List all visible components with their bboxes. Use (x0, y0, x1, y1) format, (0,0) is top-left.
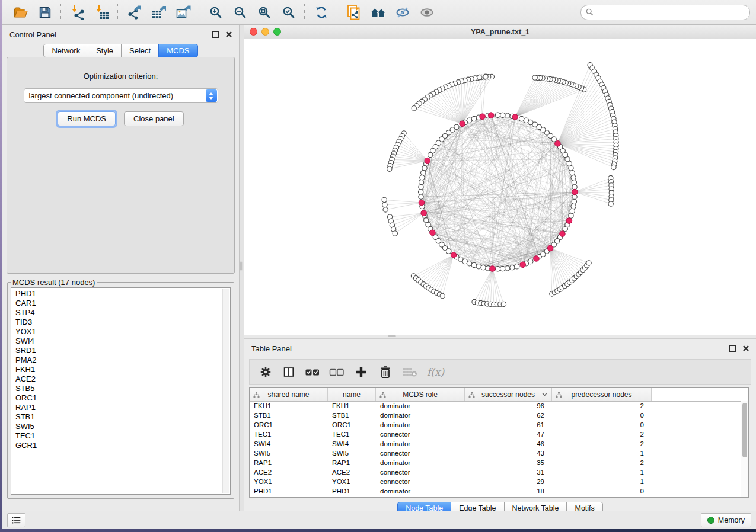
status-bar: Memory (2, 511, 756, 529)
export-image-icon (176, 5, 191, 20)
result-list-item[interactable]: PMA2 (11, 355, 230, 365)
table-row[interactable]: RAP1RAP1dominator352 (250, 458, 741, 467)
column-header-mcds-role[interactable]: MCDS role (376, 388, 465, 401)
import-table-button[interactable] (90, 2, 114, 23)
delete-table-button[interactable] (400, 362, 420, 382)
table-row[interactable]: YOX1YOX1connector291 (250, 477, 741, 486)
eye-slash-icon (395, 5, 410, 20)
result-list-item[interactable]: PHD1 (11, 289, 230, 299)
result-list-item[interactable]: STP4 (11, 308, 230, 318)
select-all-rows-button[interactable] (303, 362, 322, 382)
column-header-predecessor-nodes[interactable]: predecessor nodes (552, 388, 652, 401)
zoom-selected-button[interactable] (276, 2, 301, 23)
criterion-select[interactable]: largest connected component (undirected) (24, 88, 218, 103)
window-close-traffic-light[interactable] (250, 28, 257, 36)
result-list-item[interactable]: GCR1 (11, 441, 230, 450)
zoom-fit-button[interactable] (252, 2, 276, 23)
hide-panel-button[interactable] (390, 2, 414, 23)
list-icon (11, 515, 21, 525)
memory-status-icon (707, 517, 714, 524)
table-row[interactable]: SWI5SWI5connector431 (250, 448, 741, 458)
zoom-selected-icon (282, 5, 296, 20)
export-image-button[interactable] (171, 2, 195, 23)
table-row[interactable]: FKH1FKH1dominator962 (250, 401, 741, 411)
vertical-splitter[interactable] (239, 25, 244, 511)
main-area: Control Panel NetworkStyleSelectMCDS Opt… (2, 25, 756, 511)
table-row[interactable]: ACE2ACE2connector311 (250, 467, 741, 477)
export-network-button[interactable] (122, 2, 146, 23)
table-scrollbar-thumb[interactable] (742, 403, 747, 457)
result-list-item[interactable]: CAR1 (11, 299, 230, 308)
mcds-result-list[interactable]: PHD1CAR1STP4TID3YOX1SWI4SRD1PMA2FKH1ACE2… (11, 287, 231, 495)
tab-mcds[interactable]: MCDS (158, 44, 197, 57)
task-history-button[interactable] (7, 513, 25, 527)
mcds-tab-content: Optimization criterion: largest connecte… (7, 57, 235, 274)
column-type-icon (556, 392, 562, 398)
column-header-successor-nodes[interactable]: successor nodes (465, 388, 552, 401)
float-panel-icon[interactable] (729, 345, 736, 352)
result-list-item[interactable]: FKH1 (11, 365, 230, 374)
table-row[interactable]: TEC1TEC1connector472 (250, 430, 741, 439)
horizontal-splitter[interactable] (244, 335, 756, 339)
table-scrollbar[interactable] (741, 401, 748, 497)
tab-network[interactable]: Network (43, 44, 88, 57)
export-table-button[interactable] (146, 2, 171, 23)
search-input[interactable] (596, 8, 745, 17)
deselect-all-rows-button[interactable] (327, 362, 346, 382)
column-header-name[interactable]: name (328, 388, 376, 401)
criterion-value: largest connected component (undirected) (29, 91, 174, 100)
open-folder-icon (13, 5, 28, 20)
run-mcds-button[interactable]: Run MCDS (58, 111, 116, 126)
float-panel-icon[interactable] (212, 31, 219, 38)
export-table-icon (151, 5, 167, 20)
result-list-item[interactable]: SRD1 (11, 346, 230, 355)
result-list-item[interactable]: SWI4 (11, 336, 230, 346)
save-session-button[interactable] (33, 2, 57, 23)
result-list-item[interactable]: ORC1 (11, 393, 230, 403)
function-builder-button[interactable]: f(x) (426, 366, 444, 378)
result-list-item[interactable]: TID3 (11, 318, 230, 327)
search-field[interactable] (580, 5, 750, 20)
column-type-icon (468, 392, 475, 398)
column-header-shared-name[interactable]: shared name (250, 388, 328, 401)
splitter-handle[interactable] (240, 262, 242, 270)
open-session-button[interactable] (8, 2, 33, 23)
split-columns-button[interactable] (280, 362, 298, 382)
network-file-button[interactable] (342, 2, 366, 23)
home-button[interactable] (366, 2, 390, 23)
result-list-item[interactable]: RAP1 (11, 403, 230, 412)
result-list-item[interactable]: STB5 (11, 384, 230, 393)
zoom-out-button[interactable] (228, 2, 252, 23)
window-zoom-traffic-light[interactable] (273, 28, 281, 36)
memory-button[interactable]: Memory (701, 513, 751, 527)
window-minimize-traffic-light[interactable] (261, 28, 269, 36)
result-list-item[interactable]: TEC1 (11, 431, 230, 441)
add-column-button[interactable] (352, 362, 371, 382)
splitter-handle[interactable] (388, 335, 396, 337)
delete-columns-button[interactable] (376, 362, 395, 382)
result-list-item[interactable]: YOX1 (11, 327, 230, 336)
refresh-button[interactable] (309, 2, 333, 23)
import-network-button[interactable] (65, 2, 90, 23)
column-type-icon (253, 392, 260, 398)
table-row[interactable]: SWI4SWI4dominator462 (250, 439, 741, 448)
tab-style[interactable]: Style (88, 44, 122, 57)
result-list-item[interactable]: SWI5 (11, 422, 230, 431)
result-list-item[interactable]: ACE2 (11, 374, 230, 384)
zoom-in-icon (209, 5, 223, 20)
trash-icon (379, 365, 392, 379)
zoom-in-button[interactable] (203, 2, 228, 23)
network-canvas-svg[interactable] (244, 39, 756, 335)
result-list-item[interactable]: STB1 (11, 412, 230, 422)
table-row[interactable]: PHD1PHD1dominator180 (250, 486, 741, 496)
table-row[interactable]: STB1STB1dominator620 (250, 411, 741, 420)
unchecked-boxes-icon (329, 366, 344, 379)
close-panel-icon[interactable] (226, 31, 232, 37)
table-settings-button[interactable] (257, 362, 275, 382)
close-panel-button[interactable]: Close panel (124, 111, 184, 126)
show-panel-button[interactable] (414, 2, 439, 23)
table-row[interactable]: ORC1ORC1dominator610 (250, 420, 741, 430)
tab-select[interactable]: Select (121, 44, 159, 57)
result-list-scrollbar[interactable] (222, 289, 229, 493)
close-panel-icon[interactable] (743, 345, 749, 351)
